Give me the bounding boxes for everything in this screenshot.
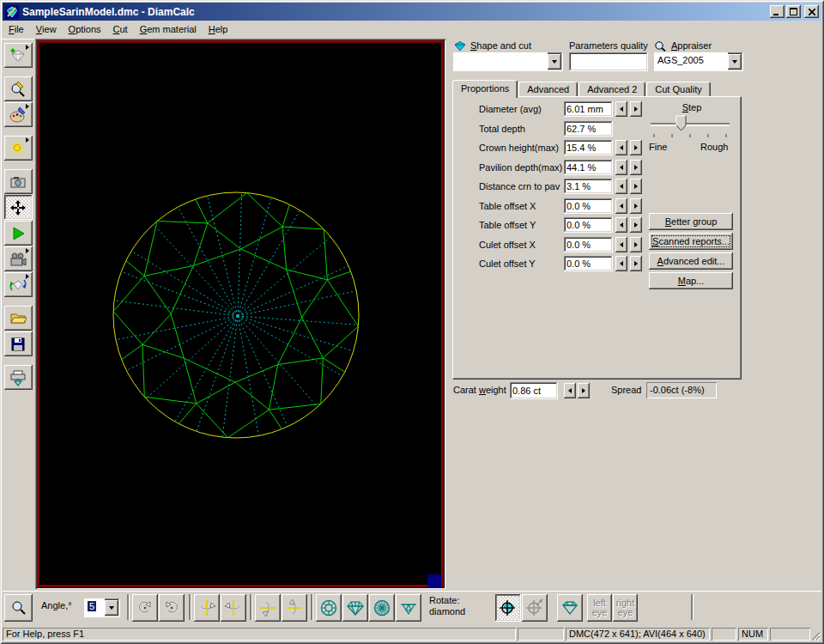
left-eye-button[interactable]: lefteye (587, 594, 612, 622)
cut-select-button[interactable] (4, 43, 33, 68)
decrease-crown-height-max-button[interactable] (615, 140, 627, 155)
increase-crown-height-max-button[interactable] (630, 140, 642, 155)
arrow-right-icon (634, 204, 638, 209)
minimize-button[interactable] (770, 5, 785, 18)
menu-gem-material[interactable]: Gem material (134, 21, 203, 36)
input-distance-crn-to-pav[interactable] (564, 179, 613, 194)
shape-cut-value[interactable] (453, 52, 548, 71)
view-pavilion-button[interactable] (396, 594, 421, 622)
right-eye-button[interactable]: righteye (613, 594, 638, 622)
input-crown-height-max[interactable] (564, 140, 613, 155)
rotate-x-up-button[interactable] (255, 594, 281, 622)
input-culet-offset-x[interactable] (564, 237, 613, 252)
increase-table-offset-x-button[interactable] (630, 198, 642, 214)
decrease-culet-offset-x-button[interactable] (615, 237, 627, 252)
save-button[interactable] (4, 331, 33, 356)
input-culet-offset-y[interactable] (564, 256, 613, 271)
tab-advanced[interactable]: Advanced (518, 82, 578, 97)
angle-combobox[interactable]: 5 (84, 598, 120, 617)
decrease-distance-crn-to-pav-button[interactable] (615, 179, 627, 194)
maximize-button[interactable] (786, 5, 801, 18)
input-table-offset-x[interactable] (564, 198, 613, 214)
close-button[interactable] (804, 5, 819, 18)
toolbar-separator (311, 594, 312, 620)
better-group-button[interactable]: Better group (649, 213, 733, 230)
advanced-edit-button[interactable]: Advanced edit... (649, 252, 733, 270)
decrease-table-offset-x-button[interactable] (615, 198, 627, 214)
rotate-cw-button[interactable] (132, 594, 158, 622)
diamond-top-view-icon (319, 598, 338, 617)
show-diamond-button[interactable] (557, 594, 583, 622)
open-button[interactable] (4, 306, 33, 331)
input-total-depth[interactable] (564, 121, 613, 137)
proportion-row: Total depth (453, 119, 651, 139)
view-side-button[interactable] (342, 594, 368, 622)
appraiser-combobox[interactable]: AGS_2005 (654, 52, 743, 71)
increase-diameter-avg-button[interactable] (630, 101, 642, 117)
menu-options[interactable]: Options (63, 21, 107, 36)
view-top-button[interactable] (316, 594, 342, 622)
material-button[interactable] (4, 102, 33, 127)
tab-proportions[interactable]: Proportions (452, 80, 518, 98)
decrease-culet-offset-y-button[interactable] (615, 256, 627, 271)
shape-cut-combobox[interactable] (453, 52, 563, 71)
carat-spin-down-button[interactable] (564, 383, 576, 398)
menu-bar: File View Options Cut Gem material Help (3, 21, 821, 37)
lighting-button[interactable] (4, 136, 33, 161)
zoom-button[interactable] (4, 594, 33, 622)
move-button[interactable] (4, 195, 33, 220)
viewport-canvas[interactable] (35, 39, 445, 589)
diamond-cut-icon (9, 47, 27, 64)
carat-spin-up-button[interactable] (578, 383, 590, 398)
increase-table-offset-y-button[interactable] (630, 217, 642, 233)
menu-cut[interactable]: Cut (107, 21, 134, 36)
decrease-table-offset-y-button[interactable] (615, 217, 627, 233)
rotate-ccw-button[interactable] (159, 594, 185, 622)
menu-view[interactable]: View (30, 21, 63, 36)
tab-advanced-2[interactable]: Advanced 2 (579, 82, 645, 97)
decrease-pavilion-depth-max-button[interactable] (615, 160, 627, 175)
angle-value[interactable]: 5 (84, 598, 105, 617)
increase-culet-offset-y-button[interactable] (630, 256, 642, 271)
title-bar: SampleSarinModel.dmc - DiamCalc (3, 3, 821, 21)
print-report-button[interactable] (4, 365, 33, 390)
rotate-model-button[interactable] (4, 272, 33, 297)
render-movie-button[interactable] (4, 246, 33, 271)
label-pavilion-depth-max: Pavilion depth(max) (479, 162, 564, 173)
increase-culet-offset-x-button[interactable] (630, 237, 642, 252)
map-button[interactable]: Map... (649, 272, 733, 289)
resize-grip[interactable] (809, 629, 821, 641)
rotate-vertical-axis-left-icon (198, 599, 215, 617)
proportion-row: Diameter (avg) (453, 100, 651, 119)
rotate-light-button[interactable] (522, 594, 548, 622)
appraiser-value[interactable]: AGS_2005 (654, 52, 728, 71)
increase-distance-crn-to-pav-button[interactable] (630, 179, 642, 194)
carat-weight-field[interactable] (510, 382, 558, 399)
photo-button[interactable] (4, 169, 33, 194)
rotate-y-left-button[interactable] (194, 594, 220, 622)
angle-dropdown-button[interactable] (105, 600, 118, 616)
scanned-reports-button[interactable]: Scanned reports... (649, 233, 733, 250)
appraiser-icon (654, 40, 668, 52)
menu-file[interactable]: File (3, 21, 30, 36)
spread-value: -0.06ct (-8%) (646, 382, 717, 398)
appraiser-button[interactable] (4, 76, 33, 101)
play-button[interactable] (4, 221, 33, 246)
appraiser-dropdown-button[interactable] (728, 54, 742, 70)
view-bottom-button[interactable] (369, 594, 395, 622)
step-slider-thumb[interactable] (676, 116, 686, 131)
rotate-diamond-button[interactable] (495, 594, 521, 622)
input-table-offset-y[interactable] (564, 217, 613, 233)
input-pavilion-depth-max[interactable] (564, 160, 613, 175)
rotate-x-down-button[interactable] (282, 594, 307, 622)
increase-pavilion-depth-max-button[interactable] (630, 160, 642, 175)
step-slider[interactable] (649, 112, 735, 140)
arrow-right-icon (634, 261, 638, 266)
tab-cut-quality[interactable]: Cut Quality (646, 82, 710, 97)
input-diameter-avg[interactable] (564, 101, 613, 117)
rotate-y-right-button[interactable] (221, 594, 246, 622)
parameters-quality-field[interactable] (569, 52, 648, 71)
decrease-diameter-avg-button[interactable] (615, 101, 627, 117)
shape-cut-dropdown-button[interactable] (548, 54, 561, 70)
menu-help[interactable]: Help (203, 21, 234, 36)
